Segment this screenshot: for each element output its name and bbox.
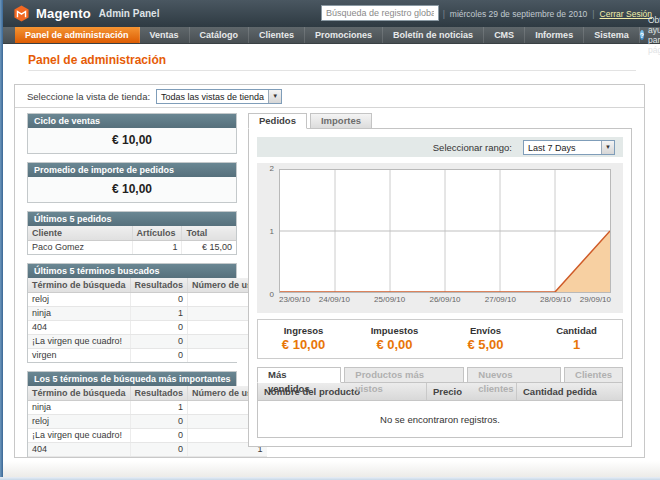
table-row[interactable]: Paco Gomez 1 € 15,00 [28,241,236,255]
nav-item-clientes[interactable]: Clientes [249,27,305,43]
magento-logo-icon [13,5,30,22]
store-view-label: Seleccione la vista de tienda: [27,91,150,102]
chart-x-axis: 23/09/1024/09/1025/09/1026/09/1027/09/10… [279,293,611,306]
stat-ingresos: Ingresos € 10,00 [258,325,349,352]
stat-cantidad: Cantidad 1 [531,325,622,352]
chart-tabs: Pedidos Importes [248,113,632,129]
tab-mas-vendidos[interactable]: Más vendidos [257,367,341,383]
dashboard-left-column: Ciclo de ventas € 10,00 Promedio de impo… [27,113,237,447]
stat-envios: Envíos € 5,00 [440,325,531,352]
nav-item-boletin[interactable]: Boletín de noticias [383,27,484,43]
lifetime-sales-title: Ciclo de ventas [28,114,236,128]
tab-pedidos[interactable]: Pedidos [248,113,307,129]
nav-item-catalogo[interactable]: Catálogo [190,27,250,43]
global-search-input[interactable] [321,5,439,21]
table-row[interactable]: ninja 1 10 [28,401,267,415]
chart-x-tick: 29/09/10 [580,295,611,304]
chart-grid: 012 23/09/1024/09/1025/09/1026/09/1027/0… [265,169,615,310]
last-search-terms-title: Últimos 5 términos buscados [28,264,236,278]
average-order-value: € 10,00 [28,177,236,202]
table-row[interactable]: reloj 0 2 [28,293,267,307]
separator: | [443,9,445,19]
chart-plot [279,169,611,293]
chart-x-tick: 23/09/10 [279,295,310,304]
lifetime-sales-value: € 10,00 [28,128,236,153]
nav-item-sistema[interactable]: Sistema [584,27,640,43]
order-total: € 15,00 [182,241,236,255]
range-bar: Seleccionar rango: Last 7 Days ▼ [257,137,623,157]
order-customer: Paco Gomez [28,241,132,255]
dashboard-right-column: Pedidos Importes Seleccionar rango: Last… [248,113,632,447]
column-header: Cliente [28,226,132,241]
column-header: Total [182,226,236,241]
separator: | [592,9,594,19]
bestsellers-header: Nombre del producto Precio Cantidad pedi… [258,383,622,401]
range-select[interactable]: Last 7 Days ▼ [523,140,615,155]
chart-x-tick: 24/09/10 [319,295,350,304]
get-help-link[interactable]: ? Obtener ayuda para esta página [640,27,660,43]
table-row[interactable]: ¡La virgen que cuadro! 0 2 [28,429,267,443]
top-search-terms-card: Los 5 términos de búsqueda más important… [27,371,237,457]
nav-item-cms[interactable]: CMS [484,27,525,43]
magento-admin-dashboard: Magento Admin Panel Accedió como apardo … [0,0,660,480]
last-orders-table: Cliente Artículos Total Paco Gomez 1 € 1… [28,226,236,254]
tab-clientes[interactable]: Clientes [564,367,623,383]
logout-link[interactable]: Cerrar Sesión [600,9,652,19]
bottom-tabs: Más vendidos Productos más vistos Nuevos… [257,367,623,383]
top-search-terms-table: Término de búsqueda Resultados Número de… [28,386,267,457]
window-left-edge [0,0,3,480]
orders-area-svg [280,170,610,292]
chart-x-tick: 25/09/10 [374,295,405,304]
average-order-card: Promedio de importe de pedidos € 10,00 [27,162,237,203]
dashboard-content: Ciclo de ventas € 10,00 Promedio de impo… [15,109,644,457]
column-header: Resultados [130,386,188,401]
column-header: Resultados [130,278,188,293]
empty-message: No se encontraron registros. [380,414,500,425]
store-view-select[interactable]: Todas las vistas de tienda ▼ [156,89,282,104]
page-title: Panel de administración [28,53,166,67]
last-search-terms-table: Término de búsqueda Resultados Número de… [28,278,267,362]
table-row[interactable]: ¡La virgen que cuadro! 0 2 [28,335,267,349]
last-search-terms-card: Últimos 5 términos buscados Término de b… [27,263,237,363]
column-header: Cantidad pedida [517,383,622,400]
average-order-title: Promedio de importe de pedidos [28,163,236,177]
nav-item-informes[interactable]: Informes [525,27,584,43]
table-row[interactable]: reloj 0 2 [28,415,267,429]
range-label: Seleccionar rango: [433,142,512,153]
order-items: 1 [132,241,182,255]
chart-y-axis: 012 [265,169,276,295]
chart-y-tick: 2 [270,165,274,173]
chart-x-tick: 27/09/10 [485,295,516,304]
dashboard-container: Seleccione la vista de tienda: Todas las… [14,84,645,458]
nav-item-promociones[interactable]: Promociones [305,27,383,43]
tab-importes[interactable]: Importes [310,113,372,129]
bestsellers-table: Nombre del producto Precio Cantidad pedi… [257,382,623,438]
table-row[interactable]: virgen 0 1 [28,349,267,363]
nav-item-ventas[interactable]: Ventas [140,27,190,43]
chart-y-tick: 1 [270,228,274,236]
orders-panel: Seleccionar rango: Last 7 Days ▼ 012 23/… [248,128,632,447]
tab-nuevos-clientes[interactable]: Nuevos clientes [467,367,561,383]
table-row[interactable]: 404 0 1 [28,321,267,335]
store-view-bar: Seleccione la vista de tienda: Todas las… [15,85,644,108]
brand-suffix: Admin Panel [99,8,160,19]
table-row[interactable]: 404 0 1 [28,443,267,457]
nav-item-panel-de-administracion[interactable]: Panel de administración [15,27,140,43]
main-nav: Panel de administración Ventas Catálogo … [3,27,660,44]
chart-x-tick: 26/09/10 [429,295,460,304]
chart-y-tick: 0 [270,291,274,299]
page-bottom-fade [3,461,660,477]
top-search-terms-title: Los 5 términos de búsqueda más important… [28,372,236,386]
column-header: Artículos [132,226,182,241]
help-label: Obtener ayuda para esta página [648,15,660,55]
chevron-down-icon: ▼ [601,141,614,154]
column-header: Término de búsqueda [28,386,130,401]
brand-name: Magento [36,6,91,21]
chevron-down-icon: ▼ [268,90,281,103]
table-row[interactable]: ninja 1 10 [28,307,267,321]
table-row[interactable]: virge 0 1 [28,457,267,458]
tab-productos-mas-vistos[interactable]: Productos más vistos [344,367,464,383]
last-orders-title: Últimos 5 pedidos [28,212,236,226]
lifetime-sales-card: Ciclo de ventas € 10,00 [27,113,237,154]
column-header: Término de búsqueda [28,278,130,293]
